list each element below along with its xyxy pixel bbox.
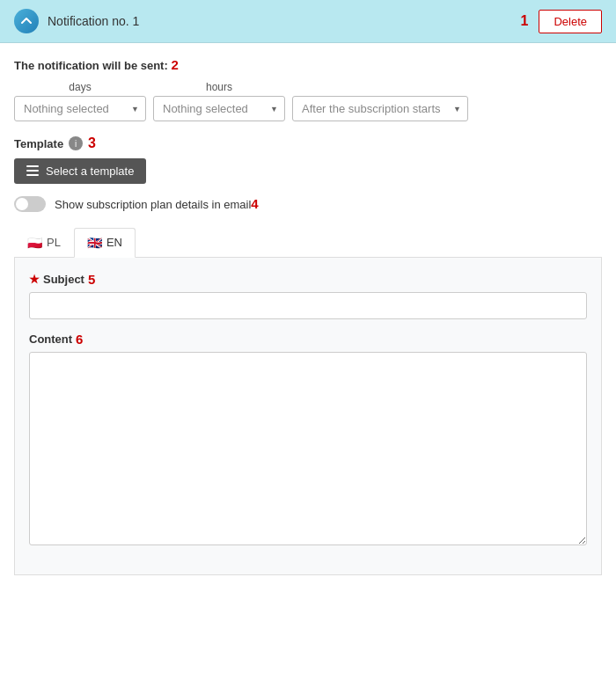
select-template-button[interactable]: Select a template bbox=[14, 158, 146, 184]
tab-en[interactable]: 🇬🇧 EN bbox=[74, 228, 136, 258]
toggle-section: Show subscription plan details in email4 bbox=[14, 196, 602, 212]
required-star: ★ bbox=[29, 273, 40, 286]
step6-badge: 6 bbox=[76, 332, 83, 347]
tab-pl[interactable]: 🇵🇱 PL bbox=[14, 228, 74, 257]
template-button-label: Select a template bbox=[46, 164, 134, 178]
subject-field-group: ★ Subject 5 bbox=[29, 272, 587, 319]
days-dropdown-wrapper: Nothing selected bbox=[14, 96, 146, 121]
notification-title: Notification no. 1 bbox=[48, 14, 139, 28]
toggle-label: Show subscription plan details in email4 bbox=[55, 196, 259, 211]
hours-label: hours bbox=[153, 81, 285, 93]
subject-label-row: ★ Subject 5 bbox=[29, 272, 587, 287]
chevron-up-icon[interactable] bbox=[14, 9, 39, 33]
header-right: 1 Delete bbox=[521, 10, 602, 33]
hours-dropdown[interactable]: Nothing selected bbox=[153, 96, 285, 121]
step3-badge: 3 bbox=[88, 135, 96, 151]
template-label: Template bbox=[14, 137, 63, 150]
content-field-group: Content 6 bbox=[29, 332, 587, 548]
trigger-dropdown[interactable]: After the subscription starts bbox=[292, 96, 468, 121]
subject-label: Subject bbox=[43, 273, 84, 286]
template-info-icon[interactable]: i bbox=[69, 136, 83, 150]
content-label: Content bbox=[29, 333, 72, 346]
notification-header: Notification no. 1 1 Delete bbox=[0, 0, 616, 43]
tab-pl-label: PL bbox=[47, 236, 61, 249]
step5-badge: 5 bbox=[88, 272, 95, 287]
step1-badge: 1 bbox=[521, 13, 529, 29]
days-group: days Nothing selected bbox=[14, 81, 146, 121]
language-tabs: 🇵🇱 PL 🇬🇧 EN bbox=[14, 228, 602, 258]
dropdowns-row: days Nothing selected hours Nothing sele… bbox=[14, 81, 602, 121]
hamburger-icon bbox=[26, 165, 39, 176]
trigger-group: After the subscription starts bbox=[292, 96, 468, 121]
hours-group: hours Nothing selected bbox=[153, 81, 285, 121]
en-flag: 🇬🇧 bbox=[87, 236, 102, 250]
header-left: Notification no. 1 bbox=[14, 9, 139, 33]
template-section: Template i 3 Select a template bbox=[14, 135, 602, 184]
trigger-dropdown-wrapper: After the subscription starts bbox=[292, 96, 468, 121]
delete-button[interactable]: Delete bbox=[539, 10, 602, 33]
hours-dropdown-wrapper: Nothing selected bbox=[153, 96, 285, 121]
subscription-details-toggle[interactable] bbox=[14, 196, 46, 212]
pl-flag: 🇵🇱 bbox=[27, 236, 42, 250]
days-dropdown[interactable]: Nothing selected bbox=[14, 96, 146, 121]
template-label-row: Template i 3 bbox=[14, 135, 602, 151]
main-content: The notification will be sent: 2 days No… bbox=[0, 43, 616, 589]
step4-badge: 4 bbox=[251, 196, 258, 211]
content-label-row: Content 6 bbox=[29, 332, 587, 347]
subject-input[interactable] bbox=[29, 292, 587, 319]
content-textarea[interactable] bbox=[29, 352, 587, 545]
form-area: ★ Subject 5 Content 6 bbox=[14, 258, 602, 575]
send-label: The notification will be sent: 2 bbox=[14, 57, 602, 72]
days-label: days bbox=[14, 81, 146, 93]
step2-badge: 2 bbox=[171, 57, 178, 72]
tab-en-label: EN bbox=[106, 236, 122, 249]
